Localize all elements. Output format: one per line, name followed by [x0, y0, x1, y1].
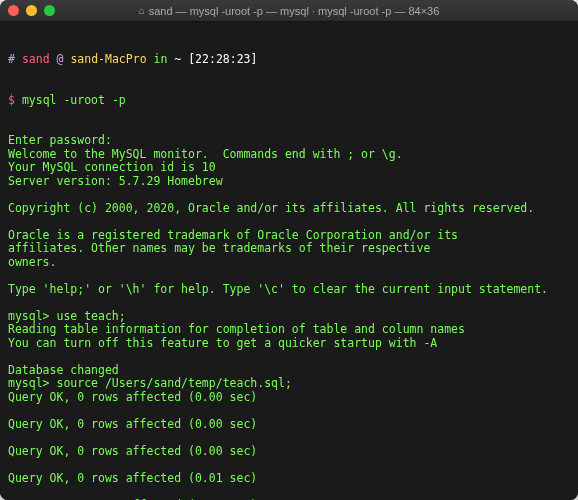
output-line: mysql> source /Users/sand/temp/teach.sql…: [8, 377, 570, 391]
prompt-user: sand: [22, 52, 50, 66]
terminal-body[interactable]: # sand @ sand-MacPro in ~ [22:28:23] $ m…: [0, 22, 578, 500]
window-title: ⌂ sand — mysql -uroot -p — mysql · mysql…: [0, 5, 578, 17]
terminal-output: Enter password:Welcome to the MySQL moni…: [8, 134, 570, 500]
output-line: [8, 215, 570, 229]
output-line: Query OK, 0 rows affected (0.00 sec): [8, 445, 570, 459]
titlebar[interactable]: ⌂ sand — mysql -uroot -p — mysql · mysql…: [0, 0, 578, 22]
prompt-dollar: $: [8, 93, 15, 107]
terminal-window: ⌂ sand — mysql -uroot -p — mysql · mysql…: [0, 0, 578, 500]
minimize-icon[interactable]: [26, 5, 37, 16]
output-line: Query OK, 0 rows affected (0.00 sec): [8, 418, 570, 432]
output-line: Reading table information for completion…: [8, 323, 570, 337]
output-line: Oracle is a registered trademark of Orac…: [8, 229, 570, 243]
output-line: Query OK, 0 rows affected (0.01 sec): [8, 472, 570, 486]
output-line: Copyright (c) 2000, 2020, Oracle and/or …: [8, 202, 570, 216]
output-line: affiliates. Other names may be trademark…: [8, 242, 570, 256]
output-line: [8, 188, 570, 202]
output-line: Database changed: [8, 364, 570, 378]
prompt-time-close: ]: [251, 52, 258, 66]
zoom-icon[interactable]: [44, 5, 55, 16]
prompt-at: @: [57, 52, 64, 66]
output-line: [8, 269, 570, 283]
output-line: [8, 485, 570, 499]
prompt-time: 22:28:23: [195, 52, 250, 66]
output-line: Enter password:: [8, 134, 570, 148]
home-icon: ⌂: [139, 5, 145, 16]
prompt-hash: #: [8, 52, 15, 66]
prompt-in: in: [154, 52, 168, 66]
output-line: You can turn off this feature to get a q…: [8, 337, 570, 351]
output-line: Query OK, 0 rows affected (0.00 sec): [8, 391, 570, 405]
prompt-path: ~: [174, 52, 181, 66]
output-line: [8, 350, 570, 364]
close-icon[interactable]: [8, 5, 19, 16]
prompt-host: sand-MacPro: [70, 52, 146, 66]
output-line: Your MySQL connection id is 10: [8, 161, 570, 175]
shell-command: mysql -uroot -p: [22, 93, 126, 107]
output-line: [8, 404, 570, 418]
traffic-lights: [8, 5, 55, 16]
output-line: [8, 296, 570, 310]
shell-cmd-line: $ mysql -uroot -p: [8, 94, 570, 108]
shell-prompt-line: # sand @ sand-MacPro in ~ [22:28:23]: [8, 53, 570, 67]
output-line: [8, 431, 570, 445]
window-title-text: sand — mysql -uroot -p — mysql · mysql -…: [149, 5, 440, 17]
output-line: Type 'help;' or '\h' for help. Type '\c'…: [8, 283, 570, 297]
output-line: mysql> use teach;: [8, 310, 570, 324]
output-line: [8, 458, 570, 472]
output-line: Welcome to the MySQL monitor. Commands e…: [8, 148, 570, 162]
output-line: Server version: 5.7.29 Homebrew: [8, 175, 570, 189]
output-line: owners.: [8, 256, 570, 270]
